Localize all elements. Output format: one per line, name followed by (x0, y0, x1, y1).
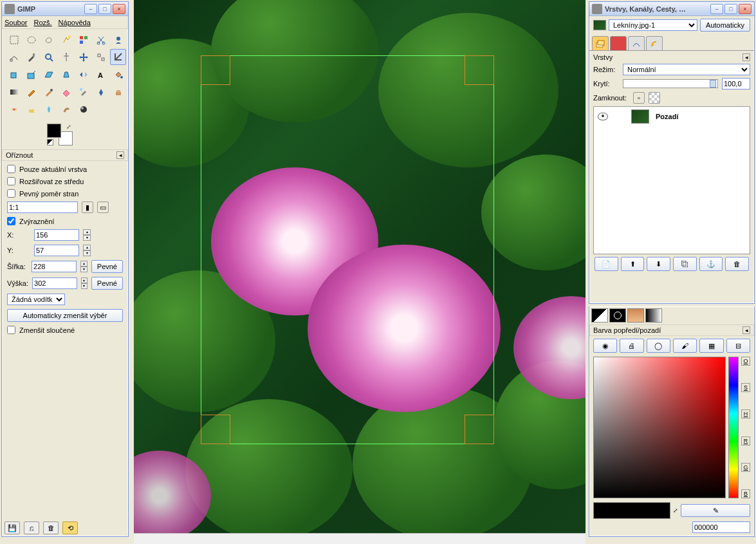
tool-zoom[interactable] (41, 49, 57, 65)
sel-r[interactable]: R (741, 436, 750, 446)
menu-file[interactable]: Soubor (5, 19, 27, 26)
hex-input[interactable] (692, 521, 750, 533)
tool-rect-select[interactable] (6, 32, 22, 48)
auto-shrink-button[interactable]: Automaticky zmenšit výběr (7, 309, 123, 322)
y-input[interactable] (34, 245, 79, 256)
tool-airbrush[interactable] (75, 84, 91, 100)
layers-menu-icon[interactable]: ◂ (742, 53, 750, 61)
reset-options-icon[interactable]: ⟲ (62, 521, 78, 534)
tool-pencil[interactable] (23, 84, 39, 100)
tool-ink[interactable] (93, 84, 109, 100)
close-button[interactable]: × (113, 4, 125, 14)
fg-color-swatch[interactable] (47, 124, 61, 138)
tool-fuzzy-select[interactable] (58, 32, 74, 48)
auto-button[interactable]: Automaticky (700, 19, 750, 32)
opacity-input[interactable] (722, 78, 750, 89)
mode-select[interactable]: Normální (623, 64, 750, 75)
tool-text[interactable]: A (93, 66, 109, 82)
raise-layer-button[interactable]: ⬆ (621, 257, 645, 271)
gimp-selector-icon[interactable]: ◉ (593, 339, 617, 353)
image-canvas[interactable] (134, 0, 585, 533)
restore-options-icon[interactable]: ⎌ (24, 521, 39, 534)
sel-h[interactable]: H (741, 409, 750, 418)
crop-handle-tl[interactable] (201, 55, 230, 85)
current-color-swatch[interactable] (593, 502, 670, 519)
menu-help[interactable]: Nápověda (59, 19, 91, 26)
lock-pixels-icon[interactable]: ▫ (633, 92, 645, 104)
triangle-selector-icon[interactable]: ◯ (647, 339, 670, 353)
tab-gradient[interactable] (645, 308, 662, 323)
visibility-icon[interactable] (598, 113, 608, 120)
tool-scale[interactable] (23, 66, 39, 82)
tool-paintbrush[interactable] (41, 84, 57, 100)
sel-b[interactable]: B (741, 489, 750, 498)
minimize-button[interactable]: – (84, 4, 97, 14)
color-pick-button[interactable]: ✎ (681, 504, 750, 517)
x-input[interactable] (34, 229, 79, 241)
tab-brush[interactable] (609, 308, 626, 323)
tab-undo[interactable] (646, 36, 663, 50)
landscape-icon[interactable]: ▭ (97, 202, 109, 213)
maximize-button[interactable]: □ (724, 4, 737, 14)
tool-blend[interactable] (6, 84, 22, 100)
tool-eraser[interactable] (58, 84, 74, 100)
delete-options-icon[interactable]: 🗑 (43, 521, 59, 534)
tool-free-select[interactable] (41, 32, 57, 48)
tool-flip[interactable] (75, 66, 91, 82)
tool-crop[interactable] (110, 49, 126, 65)
tool-shear[interactable] (41, 66, 57, 82)
crop-handle-tr[interactable] (465, 55, 494, 85)
delete-layer-button[interactable]: 🗑 (725, 257, 749, 271)
close-button[interactable]: × (739, 4, 751, 14)
color-menu-icon[interactable]: ◂ (742, 326, 750, 334)
tool-ellipse-select[interactable] (23, 32, 39, 48)
w-input[interactable] (32, 261, 77, 272)
default-colors-icon[interactable] (47, 139, 53, 145)
aspect-input[interactable] (7, 202, 78, 213)
scales-selector-icon[interactable]: ⊟ (726, 339, 750, 353)
duplicate-layer-button[interactable]: ⿻ (673, 257, 697, 271)
h-fixed-button[interactable]: Pevné (91, 277, 123, 290)
maximize-button[interactable]: □ (98, 4, 111, 14)
tool-bucket[interactable] (110, 66, 126, 82)
tool-blur[interactable] (41, 101, 57, 117)
tab-paths[interactable] (628, 36, 645, 50)
layers-titlebar[interactable]: Vrstvy, Kanály, Cesty, … – □ × (589, 2, 754, 16)
anchor-layer-button[interactable]: ⚓ (699, 257, 723, 271)
tool-perspective-clone[interactable] (23, 101, 39, 117)
menu-ext[interactable]: Rozš. (33, 19, 51, 26)
image-select[interactable]: Lekníny.jpg-1 (609, 19, 697, 31)
w-fixed-button[interactable]: Pevné (91, 260, 123, 273)
opt-shrink-merged[interactable]: Zmenšit sloučené (7, 326, 123, 334)
swap-color-icon[interactable]: ⤢ (673, 507, 678, 514)
tool-foreground-select[interactable] (110, 32, 126, 48)
tab-fgbg[interactable] (591, 308, 608, 323)
tool-paths[interactable] (6, 49, 22, 65)
tool-move[interactable] (75, 49, 91, 65)
tab-pattern[interactable] (627, 308, 644, 323)
opt-highlight[interactable]: Zvýraznění (7, 217, 123, 225)
crop-rect[interactable] (201, 55, 494, 444)
hue-bar[interactable] (728, 357, 739, 498)
tool-scissors[interactable] (93, 32, 109, 48)
sel-o[interactable]: O (741, 357, 750, 366)
opt-current-layer[interactable]: Pouze aktuální vrstva (7, 165, 123, 173)
crop-handle-bl[interactable] (201, 415, 230, 444)
tool-color-select[interactable] (75, 32, 91, 48)
palette-selector-icon[interactable]: ▦ (699, 339, 723, 353)
tool-color-picker[interactable] (23, 49, 39, 65)
canvas-hscrollbar[interactable] (134, 533, 585, 544)
tab-layers[interactable] (592, 36, 609, 50)
watercolor-selector-icon[interactable]: 🖌 (673, 339, 697, 353)
save-options-icon[interactable]: 💾 (5, 521, 20, 534)
crop-handle-br[interactable] (465, 415, 494, 444)
sel-s[interactable]: S (741, 383, 750, 392)
tool-dodge[interactable] (75, 101, 91, 117)
lower-layer-button[interactable]: ⬇ (647, 257, 670, 271)
layer-row[interactable]: Pozadí (594, 107, 750, 126)
portrait-icon[interactable]: ▮ (82, 202, 93, 213)
tool-rotate[interactable] (6, 66, 22, 82)
tab-channels[interactable] (610, 36, 627, 50)
opt-fixed-aspect[interactable]: Pevný poměr stran (7, 189, 123, 198)
tool-clone[interactable] (110, 84, 126, 100)
